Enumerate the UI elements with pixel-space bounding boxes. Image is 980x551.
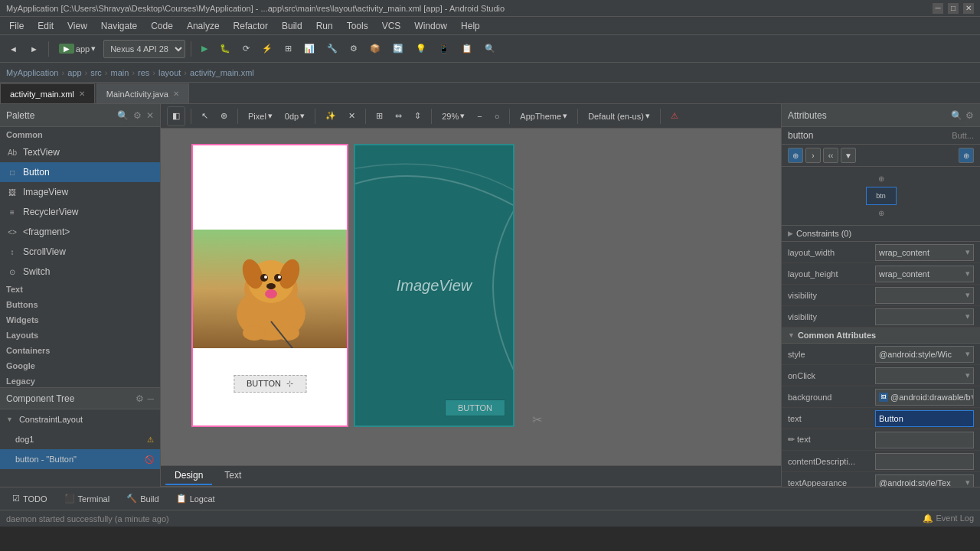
warning-btn[interactable]: ⚠ — [666, 106, 683, 126]
canvas-align-h-btn[interactable]: ⇔ — [390, 106, 407, 126]
attr-layout-width-value[interactable]: wrap_content ▾ — [875, 244, 974, 261]
tree-item-dog1[interactable]: dog1 ⚠ — [0, 429, 160, 449]
menu-tools[interactable]: Tools — [341, 19, 374, 33]
palette-item-imageview[interactable]: 🖼 ImageView — [0, 182, 160, 202]
breadcrumb-src[interactable]: src — [90, 68, 102, 77]
menu-navigate[interactable]: Navigate — [95, 19, 143, 33]
attr-visibility-value[interactable]: ▾ — [875, 287, 974, 304]
attr-nav-next2[interactable]: ▼ — [841, 148, 856, 163]
zoom-btn[interactable]: 29%▾ — [437, 106, 469, 126]
tab-design[interactable]: Design — [165, 467, 212, 485]
theme-btn[interactable]: AppTheme▾ — [515, 106, 572, 126]
maximize-button[interactable]: □ — [948, 3, 959, 14]
menu-edit[interactable]: Edit — [31, 19, 60, 33]
canvas-design-mode[interactable]: ◧ — [167, 106, 185, 126]
attr-onclick-value[interactable]: ▾ — [875, 367, 974, 384]
event-log-link[interactable]: 🔔 Event Log — [923, 514, 974, 523]
toolbar-btn12[interactable]: 📱 — [434, 39, 454, 59]
debug-button[interactable]: 🐛 — [215, 39, 235, 59]
menu-analyze[interactable]: Analyze — [181, 19, 226, 33]
toolbar-btn14[interactable]: 🔍 — [480, 39, 500, 59]
menu-file[interactable]: File — [3, 19, 30, 33]
toolbar-btn3[interactable]: ⟳ — [238, 39, 254, 59]
palette-search-icon[interactable]: 🔍 — [117, 110, 129, 121]
menu-help[interactable]: Help — [455, 19, 486, 33]
attr-background-value[interactable]: 🖼 @android:drawable/b ▾ — [875, 389, 974, 406]
canvas-constraint-tool[interactable]: ⊕ — [216, 106, 232, 126]
palette-item-recyclerview[interactable]: ≡ RecyclerView — [0, 202, 160, 222]
minimize-button[interactable]: ─ — [933, 3, 943, 14]
palette-settings-icon[interactable]: ⚙ — [133, 110, 142, 121]
attr-nav-add[interactable]: ⊕ — [959, 148, 974, 163]
tab-main-activity[interactable]: MainActivity.java ✕ — [96, 83, 189, 103]
layout-height-dropdown[interactable]: ▾ — [965, 269, 970, 279]
attr-text-pencil-value[interactable] — [875, 432, 974, 448]
tree-item-button[interactable]: button - "Button" 🚫 — [0, 449, 160, 469]
tab-terminal[interactable]: ⬛ Terminal — [57, 489, 118, 509]
toolbar-btn11[interactable]: 💡 — [411, 39, 431, 59]
tab-todo[interactable]: ☑ TODO — [5, 489, 55, 509]
attr-content-desc-value[interactable] — [875, 453, 974, 470]
attr-text-appearance-value[interactable]: @android:style/Tex ▾ — [875, 474, 974, 487]
text-appearance-dropdown[interactable]: ▾ — [965, 478, 970, 487]
canvas-magic-btn[interactable]: ✨ — [321, 106, 341, 126]
menu-view[interactable]: View — [61, 19, 93, 33]
attr-section-common[interactable]: ▼ Common Attributes — [782, 328, 980, 344]
attr-layout-height-value[interactable]: wrap_content ▾ — [875, 266, 974, 282]
attr-nav-next[interactable]: › — [805, 148, 821, 163]
canvas-select-tool[interactable]: ↖ — [197, 106, 213, 126]
constraint-arrow-bottom[interactable]: ⊕ — [878, 209, 884, 217]
zoom-out-btn[interactable]: − — [472, 106, 486, 126]
zoom-reset-btn[interactable]: ○ — [490, 106, 505, 126]
drag-handle-icon[interactable]: ⊹ — [286, 379, 293, 388]
attr-search-icon[interactable]: 🔍 — [951, 110, 962, 121]
canvas-grid-btn[interactable]: ⊞ — [371, 106, 387, 126]
palette-close-icon[interactable]: ✕ — [146, 110, 154, 121]
attr-style-value[interactable]: @android:style/Wic ▾ — [875, 346, 974, 363]
tab-text[interactable]: Text — [215, 467, 250, 485]
toolbar-run-config[interactable]: ▶ app ▾ — [54, 39, 100, 59]
tab-build[interactable]: 🔨 Build — [119, 489, 166, 509]
palette-item-scrollview[interactable]: ↕ ScrollView — [0, 242, 160, 262]
layout-width-dropdown[interactable]: ▾ — [965, 247, 970, 257]
breadcrumb-main[interactable]: main — [111, 68, 129, 77]
palette-item-fragment[interactable]: <> <fragment> — [0, 222, 160, 242]
attr-nav-prev[interactable]: ‹‹ — [823, 148, 838, 163]
tab-activity-main[interactable]: activity_main.xml ✕ — [0, 83, 95, 103]
menu-refactor[interactable]: Refactor — [227, 19, 274, 33]
component-tree-settings[interactable]: ⚙ — [136, 393, 144, 404]
attr-nav-plus[interactable]: ⊕ — [788, 148, 803, 163]
locale-btn[interactable]: Default (en-us)▾ — [583, 106, 655, 126]
toolbar-btn4[interactable]: ⚡ — [257, 39, 277, 59]
palette-item-button[interactable]: □ Button — [0, 162, 160, 182]
breadcrumb-layout[interactable]: layout — [158, 68, 181, 77]
breadcrumb-app2[interactable]: app — [67, 68, 81, 77]
tree-item-constraintlayout[interactable]: ▼ ConstraintLayout — [0, 409, 160, 429]
canvas-pixel-btn[interactable]: Pixel▾ — [243, 106, 277, 126]
attr-text-value[interactable]: Button — [875, 410, 974, 427]
onclick-dropdown[interactable]: ▾ — [965, 370, 970, 380]
toolbar-btn10[interactable]: 🔄 — [388, 39, 408, 59]
palette-item-textview[interactable]: Ab TextView — [0, 142, 160, 162]
breadcrumb-app[interactable]: MyApplication — [6, 68, 58, 77]
palette-item-switch[interactable]: ⊙ Switch — [0, 262, 160, 282]
canvas-align-v-btn[interactable]: ⇕ — [410, 106, 426, 126]
button-widget-left[interactable]: BUTTON ⊹ — [234, 375, 306, 393]
menu-code[interactable]: Code — [145, 19, 179, 33]
tab-close-java[interactable]: ✕ — [173, 90, 179, 98]
menu-run[interactable]: Run — [310, 19, 339, 33]
component-tree-minimize[interactable]: ─ — [147, 393, 154, 404]
toolbar-btn7[interactable]: 🔧 — [322, 39, 342, 59]
toolbar-btn8[interactable]: ⚙ — [345, 39, 362, 59]
tab-close-main[interactable]: ✕ — [79, 90, 85, 98]
toolbar-btn5[interactable]: ⊞ — [280, 39, 296, 59]
style-dropdown[interactable]: ▾ — [965, 349, 970, 359]
menu-build[interactable]: Build — [276, 19, 309, 33]
toolbar-btn6[interactable]: 📊 — [299, 39, 319, 59]
visibility2-dropdown[interactable]: ▾ — [965, 311, 970, 321]
run-button[interactable]: ▶ — [197, 39, 212, 59]
toolbar-btn9[interactable]: 📦 — [365, 39, 385, 59]
tab-logcat[interactable]: 📋 Logcat — [168, 489, 223, 509]
breadcrumb-res[interactable]: res — [138, 68, 149, 77]
toolbar-forward-nav[interactable]: ► — [25, 39, 43, 59]
